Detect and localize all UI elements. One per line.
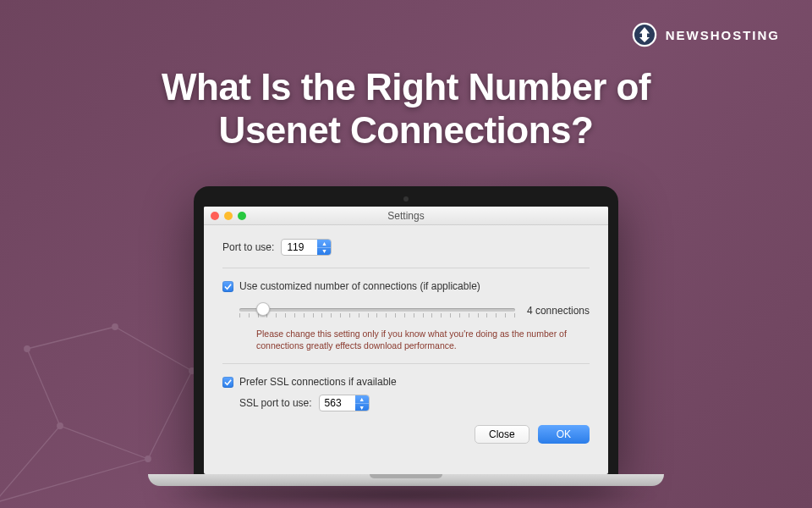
port-stepper-buttons[interactable]: ▲ ▼ — [317, 240, 331, 255]
laptop-shadow — [148, 486, 664, 505]
headline-line-2: Usenet Connections? — [219, 109, 594, 151]
ok-button[interactable]: OK — [538, 425, 590, 444]
svg-line-1 — [60, 426, 148, 459]
page-headline: What Is the Right Number of Usenet Conne… — [0, 66, 812, 152]
checkmark-icon — [224, 283, 232, 290]
svg-line-6 — [0, 459, 148, 503]
ssl-checkbox[interactable] — [222, 377, 233, 388]
brand-name: NEWSHOSTING — [666, 28, 780, 42]
chevron-down-icon[interactable]: ▼ — [355, 404, 369, 411]
divider — [222, 268, 590, 268]
headline-line-1: What Is the Right Number of — [162, 66, 650, 108]
chevron-down-icon[interactable]: ▼ — [317, 248, 331, 256]
settings-window: Settings Port to use: ▲ ▼ — [204, 207, 608, 474]
chevron-up-icon[interactable]: ▲ — [317, 240, 331, 248]
laptop-camera — [403, 196, 409, 202]
laptop-base — [148, 474, 664, 486]
settings-pane: Port to use: ▲ ▼ Use customi — [204, 225, 608, 456]
svg-line-4 — [27, 327, 115, 349]
slider-thumb[interactable] — [256, 302, 270, 316]
svg-point-8 — [57, 422, 63, 429]
ssl-port-input[interactable] — [320, 395, 355, 411]
svg-point-10 — [24, 345, 30, 352]
svg-point-12 — [112, 323, 118, 330]
button-row: Close OK — [222, 425, 590, 444]
ssl-block: Prefer SSL connections if available SSL … — [222, 376, 590, 411]
chevron-up-icon[interactable]: ▲ — [355, 395, 369, 404]
ssl-checkbox-row: Prefer SSL connections if available — [222, 376, 590, 388]
window-titlebar: Settings — [204, 207, 608, 225]
svg-line-0 — [0, 426, 60, 503]
connections-slider-block: 4 connections Please change this setting… — [239, 301, 590, 351]
svg-point-9 — [145, 456, 151, 462]
port-stepper[interactable]: ▲ ▼ — [281, 239, 332, 256]
port-input[interactable] — [282, 240, 317, 255]
port-row: Port to use: ▲ ▼ — [222, 239, 590, 256]
ssl-port-label: SSL port to use: — [239, 397, 312, 409]
ssl-port-stepper-buttons[interactable]: ▲ ▼ — [355, 395, 369, 411]
divider — [222, 363, 590, 364]
connections-value-label: 4 connections — [527, 305, 590, 317]
checkmark-icon — [224, 378, 232, 386]
laptop-bezel: Settings Port to use: ▲ ▼ — [194, 186, 618, 474]
brand-logo: NEWSHOSTING — [632, 22, 780, 47]
svg-line-5 — [115, 327, 192, 371]
slider-ticks — [239, 313, 515, 318]
connections-slider[interactable] — [239, 301, 515, 321]
window-title: Settings — [204, 210, 608, 222]
ssl-port-stepper[interactable]: ▲ ▼ — [319, 395, 370, 411]
port-label: Port to use: — [222, 241, 274, 253]
custom-connections-checkbox[interactable] — [222, 281, 233, 292]
svg-line-3 — [148, 371, 192, 459]
svg-line-2 — [27, 349, 60, 426]
ssl-prefer-label: Prefer SSL connections if available — [239, 376, 397, 388]
connections-warning: Please change this setting only if you k… — [256, 328, 590, 351]
custom-connections-label: Use customized number of connections (if… — [239, 280, 480, 292]
ssl-port-row: SSL port to use: ▲ ▼ — [239, 395, 590, 411]
close-button[interactable]: Close — [475, 425, 529, 444]
slider-track — [239, 308, 515, 312]
laptop-mockup: Settings Port to use: ▲ ▼ — [194, 186, 618, 505]
newshosting-icon — [632, 22, 657, 47]
custom-connections-checkbox-row: Use customized number of connections (if… — [222, 280, 590, 292]
